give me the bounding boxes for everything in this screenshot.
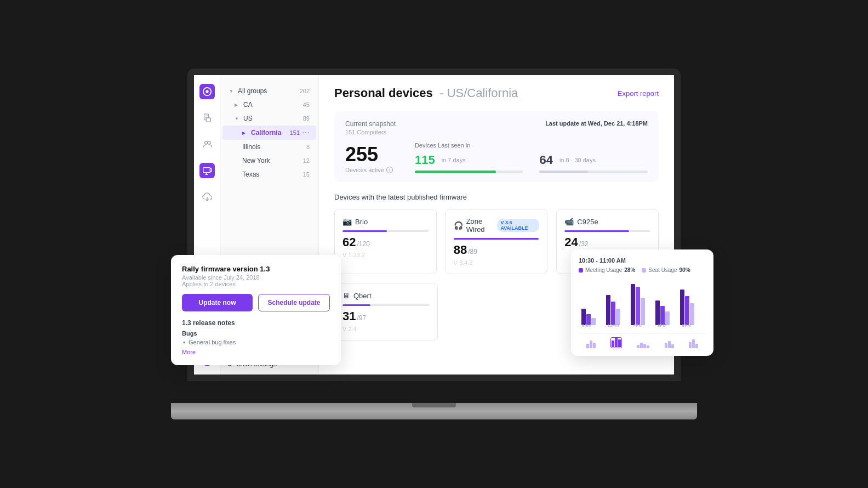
svg-rect-33 bbox=[203, 168, 210, 173]
firmware-name-qbert: 🖥 Qbert bbox=[342, 291, 372, 300]
export-report-button[interactable]: Export report bbox=[618, 89, 659, 98]
snapshot-info: Current snapshot 151 Computers bbox=[345, 120, 396, 135]
group-label-us: US bbox=[243, 115, 253, 122]
more-link[interactable]: More bbox=[182, 349, 330, 355]
release-notes-item: General bug fixes bbox=[182, 339, 330, 345]
firmware-progress-zone-wired bbox=[454, 238, 540, 240]
svg-rect-14 bbox=[690, 303, 694, 325]
svg-text:FRI: FRI bbox=[583, 327, 590, 328]
group-all-groups[interactable]: ▼ All groups 202 bbox=[222, 84, 316, 98]
svg-text:FRI: FRI bbox=[635, 327, 642, 328]
group-label-texas: Texas bbox=[242, 171, 259, 178]
count-7days: 115 bbox=[415, 153, 435, 167]
info-icon: i bbox=[386, 167, 393, 173]
snapshot-header: Current snapshot 151 Computers Last upda… bbox=[345, 120, 648, 135]
svg-rect-3 bbox=[606, 295, 610, 325]
chart-legend: Meeting Usage 28% Seat Usage 90% bbox=[579, 267, 706, 273]
snapshot-title: Current snapshot bbox=[345, 120, 396, 128]
svg-point-31 bbox=[204, 141, 207, 144]
firmware-progress-fill-zone-wired bbox=[454, 238, 539, 240]
group-ca[interactable]: ▶ CA 45 bbox=[222, 98, 316, 111]
svg-text:SAT: SAT bbox=[683, 327, 691, 328]
firmware-card-zone-wired: 🎧 Zone Wired V 3.5 AVAILABLE 88 /89 bbox=[446, 209, 548, 274]
legend-seat-usage: Seat Usage 90% bbox=[642, 267, 690, 273]
devices-30days: 64 in 8 - 30 days bbox=[539, 153, 648, 173]
firmware-section-title: Devices with the latest published firmwa… bbox=[334, 193, 659, 201]
svg-rect-4 bbox=[611, 302, 615, 325]
firmware-version-zone-wired: V 3.4.2 bbox=[454, 259, 540, 266]
legend-meeting-usage: Meeting Usage 28% bbox=[579, 267, 635, 273]
firmware-overlay-meta: Available since July 24, 2018 Applies to… bbox=[182, 274, 330, 287]
snapshot-sub: 151 Computers bbox=[345, 129, 396, 135]
devices-active-label: Devices active i bbox=[345, 167, 393, 173]
firmware-overlay-buttons: Update now Schedule update bbox=[182, 294, 330, 311]
firmware-count-brio: 62 /120 bbox=[342, 235, 429, 249]
schedule-update-button[interactable]: Schedule update bbox=[258, 294, 330, 311]
group-count-new-york: 12 bbox=[303, 157, 310, 164]
sidebar-icon-devices[interactable] bbox=[199, 163, 215, 178]
firmware-progress-fill-qbert bbox=[342, 304, 370, 306]
group-count-california: 151 bbox=[290, 129, 300, 136]
arrow-us: ▼ bbox=[235, 116, 240, 121]
mini-chart-1 bbox=[586, 337, 596, 348]
update-now-button[interactable]: Update now bbox=[182, 294, 253, 311]
firmware-progress-fill-c925e bbox=[564, 230, 629, 232]
firmware-progress-brio bbox=[342, 230, 429, 232]
svg-rect-12 bbox=[680, 290, 684, 325]
snapshot-stats: 255 Devices active i Devices Last seen i… bbox=[345, 142, 648, 173]
svg-point-32 bbox=[207, 141, 210, 144]
sidebar-icon-users[interactable] bbox=[199, 137, 215, 152]
group-count-illinois: 8 bbox=[306, 144, 310, 150]
devices-seen-stats: 115 in 7 days 64 in 8 - 30 d bbox=[415, 153, 648, 173]
devices-seen-title: Devices Last seen in bbox=[415, 142, 648, 149]
progress-30days-fill bbox=[539, 171, 588, 173]
firmware-name-zone-wired: 🎧 Zone Wired bbox=[454, 217, 498, 234]
group-us[interactable]: ▼ US 89 bbox=[222, 112, 316, 125]
snapshot-section: Current snapshot 151 Computers Last upda… bbox=[334, 111, 659, 182]
progress-30days-bar bbox=[539, 171, 648, 173]
main-header: Personal devices - US/California Export … bbox=[334, 86, 659, 100]
firmware-version-qbert: V 2.4 bbox=[342, 326, 430, 332]
chart-time-label: 10:30 - 11:00 AM bbox=[579, 257, 706, 264]
svg-text:FRI: FRI bbox=[659, 327, 666, 328]
mini-chart-2 bbox=[610, 337, 622, 348]
group-texas[interactable]: Texas 15 bbox=[222, 168, 316, 181]
firmware-update-overlay: Rally firmware version 1.3 Available sin… bbox=[171, 255, 341, 365]
group-label-all-groups: All groups bbox=[238, 87, 267, 95]
svg-rect-9 bbox=[655, 300, 660, 325]
group-label-illinois: Illinois bbox=[242, 143, 260, 151]
svg-rect-7 bbox=[636, 287, 640, 325]
group-illinois[interactable]: Illinois 8 bbox=[222, 140, 316, 154]
firmware-overlay-title: Rally firmware version 1.3 bbox=[182, 265, 330, 273]
firmware-count-c925e: 24 /32 bbox=[564, 235, 650, 249]
firmware-progress-fill-brio bbox=[342, 230, 387, 232]
sidebar-icon-logo[interactable] bbox=[199, 84, 215, 99]
brio-icon: 📷 bbox=[342, 217, 352, 226]
release-notes-title: 1.3 release notes bbox=[182, 319, 330, 327]
qbert-icon: 🖥 bbox=[342, 291, 350, 300]
mini-chart-3 bbox=[637, 337, 649, 348]
page-title-area: Personal devices - US/California bbox=[334, 86, 518, 100]
svg-text:FRI: FRI bbox=[610, 327, 617, 328]
laptop-base bbox=[171, 403, 697, 419]
firmware-name-brio: 📷 Brio bbox=[342, 217, 368, 226]
group-new-york[interactable]: New York 12 bbox=[222, 154, 316, 167]
page-title: Personal devices bbox=[334, 86, 433, 100]
legend-meeting-dot bbox=[579, 268, 583, 273]
devices-active-count: 255 bbox=[345, 145, 393, 164]
group-count-all-groups: 202 bbox=[300, 88, 310, 94]
arrow-ca: ▶ bbox=[235, 102, 240, 107]
group-california[interactable]: ▶ California 151 ⋯ bbox=[222, 126, 316, 140]
group-more-california[interactable]: ⋯ bbox=[302, 128, 310, 137]
chart-overlay: 10:30 - 11:00 AM Meeting Usage 28% Seat … bbox=[571, 249, 713, 356]
svg-rect-10 bbox=[660, 306, 665, 325]
zone-wired-icon: 🎧 bbox=[454, 221, 463, 230]
sidebar-icon-documents[interactable] bbox=[199, 110, 215, 126]
group-label-new-york: New York bbox=[242, 157, 270, 164]
page-subtitle: - US/California bbox=[439, 86, 518, 100]
devices-7days: 115 in 7 days bbox=[415, 153, 523, 173]
snapshot-update: Last update at Wed, Dec 21, 4:18PM bbox=[545, 120, 648, 127]
svg-point-26 bbox=[205, 90, 208, 93]
group-label-ca: CA bbox=[243, 101, 253, 109]
sidebar-icon-cloud[interactable] bbox=[199, 189, 215, 205]
